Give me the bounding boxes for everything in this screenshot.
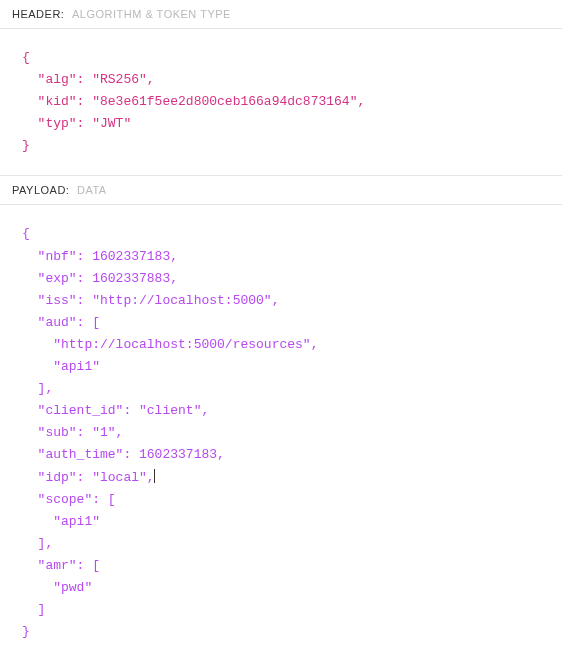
payload-section: PAYLOAD: DATA { "nbf": 1602337183, "exp"… — [0, 176, 562, 660]
header-title: HEADER: — [12, 8, 64, 20]
header-section: HEADER: ALGORITHM & TOKEN TYPE { "alg": … — [0, 0, 562, 176]
payload-subtitle: DATA — [77, 184, 107, 196]
header-json-block[interactable]: { "alg": "RS256", "kid": "8e3e61f5ee2d80… — [0, 29, 562, 175]
header-subtitle: ALGORITHM & TOKEN TYPE — [72, 8, 231, 20]
payload-title: PAYLOAD: — [12, 184, 69, 196]
header-section-title-row: HEADER: ALGORITHM & TOKEN TYPE — [0, 0, 562, 29]
text-cursor — [154, 469, 155, 483]
payload-section-title-row: PAYLOAD: DATA — [0, 176, 562, 205]
payload-json-block[interactable]: { "nbf": 1602337183, "exp": 1602337883, … — [0, 205, 562, 660]
